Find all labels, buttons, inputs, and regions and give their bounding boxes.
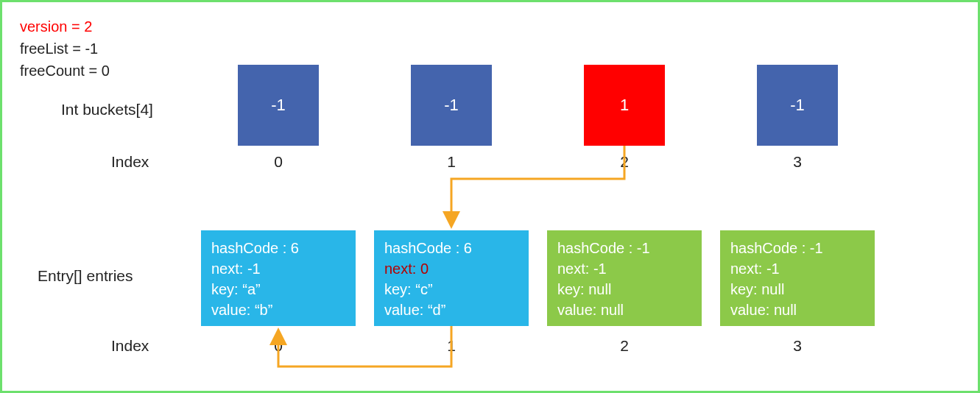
bucket-3: -1	[757, 65, 838, 146]
diagram-frame: version = 2 freeList = -1 freeCount = 0 …	[0, 0, 980, 393]
entry-3-key: key: null	[730, 279, 864, 300]
entry-1: hashCode : 6 next: 0 key: “c” value: “d”	[374, 230, 529, 326]
entry-2-next: next: -1	[557, 258, 691, 279]
bucket-index-2: 2	[584, 153, 665, 171]
entry-0: hashCode : 6 next: -1 key: “a” value: “b…	[201, 230, 356, 326]
entry-3-value: value: null	[730, 300, 864, 320]
entry-1-value: value: “d”	[384, 300, 518, 320]
bucket-3-value: -1	[790, 96, 805, 115]
state-block: version = 2 freeList = -1 freeCount = 0	[20, 15, 110, 82]
entry-index-label: Index	[111, 337, 149, 355]
bucket-index-0: 0	[238, 153, 319, 171]
entry-2-key: key: null	[557, 279, 691, 300]
bucket-0-value: -1	[271, 96, 286, 115]
entry-3: hashCode : -1 next: -1 key: null value: …	[720, 230, 875, 326]
entry-index-1: 1	[374, 337, 529, 355]
entry-1-next: next: 0	[384, 258, 518, 279]
entry-index-3: 3	[720, 337, 875, 355]
entry-0-value: value: “b”	[211, 300, 345, 320]
entry-2-value: value: null	[557, 300, 691, 320]
bucket-2: 1	[584, 65, 665, 146]
arrow-layer	[2, 2, 980, 393]
entry-3-next: next: -1	[730, 258, 864, 279]
entry-0-key: key: “a”	[211, 279, 345, 300]
entry-0-hashcode: hashCode : 6	[211, 238, 345, 258]
bucket-0: -1	[238, 65, 319, 146]
bucket-1: -1	[411, 65, 492, 146]
entry-2: hashCode : -1 next: -1 key: null value: …	[547, 230, 702, 326]
bucket-index-label: Index	[111, 153, 149, 171]
entry-index-0: 0	[201, 337, 356, 355]
entries-label: Entry[] entries	[38, 267, 133, 285]
entry-1-hashcode: hashCode : 6	[384, 238, 518, 258]
bucket-index-1: 1	[411, 153, 492, 171]
state-version: version = 2	[20, 15, 110, 38]
state-freecount: freeCount = 0	[20, 60, 110, 82]
bucket-1-value: -1	[444, 96, 459, 115]
entry-index-2: 2	[547, 337, 702, 355]
state-freelist: freeList = -1	[20, 38, 110, 60]
entry-3-hashcode: hashCode : -1	[730, 238, 864, 258]
bucket-2-value: 1	[620, 96, 629, 115]
buckets-label: Int buckets[4]	[61, 101, 153, 118]
entry-1-key: key: “c”	[384, 279, 518, 300]
entry-2-hashcode: hashCode : -1	[557, 238, 691, 258]
bucket-index-3: 3	[757, 153, 838, 171]
entry-0-next: next: -1	[211, 258, 345, 279]
